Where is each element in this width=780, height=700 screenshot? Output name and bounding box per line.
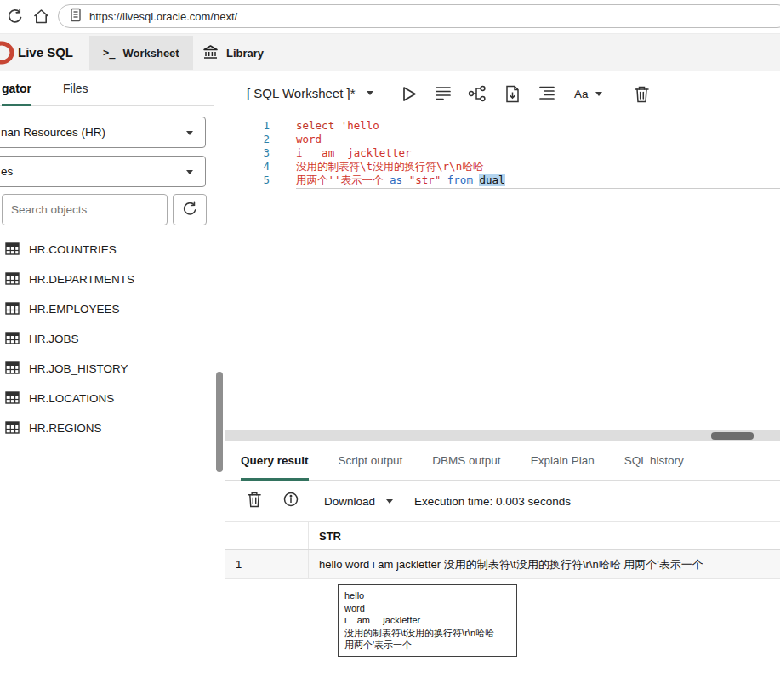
tooltip-line: i am jackletter (344, 614, 510, 627)
app-header: Live SQL >_ Worksheet Library (0, 34, 780, 71)
table-list-item[interactable]: HR.REGIONS (0, 413, 214, 443)
editor-line[interactable]: 1select 'hello (225, 119, 780, 133)
nav-library-label: Library (226, 47, 264, 60)
editor-horizontal-scrollbar[interactable] (225, 430, 780, 441)
nav-worksheet[interactable]: >_ Worksheet (89, 36, 193, 70)
table-name: HR.LOCATIONS (29, 392, 114, 405)
explain-plan-button[interactable] (468, 85, 487, 105)
table-icon (5, 361, 20, 377)
nav-worksheet-label: Worksheet (122, 47, 179, 60)
line-number: 3 (225, 146, 274, 160)
navigator-sidebar: gator Files nan Resources (HR) es HR.COU… (0, 71, 214, 700)
table-list-item[interactable]: HR.COUNTRIES (0, 235, 214, 265)
refresh-icon (182, 201, 198, 219)
schema-dropdown-value: nan Resources (HR) (1, 126, 105, 139)
terminal-icon: >_ (103, 47, 115, 59)
row-number-cell: 1 (225, 550, 308, 578)
run-button[interactable] (400, 85, 418, 106)
table-icon (5, 421, 20, 436)
results-tab-sql-history[interactable]: SQL history (624, 441, 684, 481)
results-panel: Query resultScript outputDBMS outputExpl… (225, 441, 780, 700)
results-tabs: Query resultScript outputDBMS outputExpl… (225, 441, 780, 481)
table-name: HR.COUNTRIES (29, 243, 117, 256)
results-tab-dbms-output[interactable]: DBMS output (432, 441, 500, 481)
tooltip-line: 没用的制表符\t没用的换行符\r\n哈哈 (344, 627, 510, 640)
format-button[interactable] (538, 85, 555, 105)
tooltip-line: word (344, 602, 510, 615)
results-tab-query-result[interactable]: Query result (241, 441, 309, 481)
cell-tooltip: hellowordi am jackletter没用的制表符\t没用的换行符\r… (338, 584, 517, 657)
code-text: word (274, 133, 322, 146)
chevron-down-icon (595, 92, 602, 96)
object-type-dropdown[interactable]: es (0, 156, 206, 187)
table-icon (5, 272, 20, 287)
table-name: HR.JOB_HISTORY (29, 362, 128, 375)
browser-home-icon[interactable] (32, 8, 50, 28)
oracle-logo (0, 41, 14, 68)
browser-refresh-icon[interactable] (7, 8, 24, 28)
oracle-live-sql-app: https://livesql.oracle.com/next/ Live SQ… (0, 0, 780, 700)
tooltip-line: hello (344, 589, 510, 602)
table-name: HR.EMPLOYEES (29, 303, 120, 316)
table-list-item[interactable]: HR.LOCATIONS (0, 384, 214, 413)
download-worksheet-button[interactable] (504, 85, 521, 106)
table-icon (5, 332, 20, 347)
row-value-cell: hello word i am jackletter 没用的制表符\t没用的换行… (308, 550, 780, 578)
library-icon (202, 44, 219, 62)
code-text: select 'hello (274, 119, 379, 133)
schema-dropdown[interactable]: nan Resources (HR) (0, 117, 206, 148)
table-list-item[interactable]: HR.EMPLOYEES (0, 294, 214, 324)
editor-lines: 1select 'hello2word3i am jackletter4没用的制… (225, 119, 780, 187)
font-size-label: Aa (574, 88, 589, 100)
refresh-objects-button[interactable] (173, 194, 207, 225)
site-info-icon[interactable] (69, 8, 83, 26)
line-number: 4 (225, 160, 274, 174)
nav-library[interactable]: Library (189, 36, 277, 70)
tab-navigator[interactable]: gator (2, 71, 31, 106)
download-results-button[interactable]: Download (324, 495, 393, 508)
font-size-button[interactable]: Aa (574, 88, 602, 100)
table-list-item[interactable]: HR.JOBS (0, 324, 214, 354)
table-row[interactable]: 1 hello word i am jackletter 没用的制表符\t没用的… (225, 550, 780, 579)
chevron-down-icon (186, 170, 193, 174)
table-name: HR.REGIONS (29, 422, 102, 435)
chevron-down-icon (186, 131, 193, 135)
table-list-item[interactable]: HR.DEPARTMENTS (0, 265, 214, 294)
row-number-header (225, 522, 308, 549)
vertical-scrollbar[interactable] (216, 372, 223, 472)
brand-title: Live SQL (18, 45, 73, 60)
worksheet-selector[interactable]: [ SQL Worksheet ]* (247, 86, 373, 100)
code-text: 没用的制表符\t没用的换行符\r\n哈哈 (274, 160, 483, 174)
results-tab-explain-plan[interactable]: Explain Plan (531, 441, 595, 481)
chevron-down-icon (386, 499, 393, 504)
clear-worksheet-button[interactable] (634, 85, 650, 106)
tooltip-line: 用两个'表示一个 (344, 639, 510, 652)
tab-files[interactable]: Files (63, 71, 88, 106)
code-text: 用两个''表示一个 as "str" from dual (274, 174, 505, 187)
chevron-down-icon (367, 91, 373, 95)
table-list: HR.COUNTRIESHR.DEPARTMENTSHR.EMPLOYEESHR… (0, 235, 214, 443)
clear-results-button[interactable] (247, 491, 262, 511)
search-input[interactable] (2, 194, 168, 225)
table-icon (5, 391, 20, 407)
column-header-str: STR (308, 522, 780, 549)
table-icon (5, 242, 20, 258)
browser-address-bar[interactable]: https://livesql.oracle.com/next/ (58, 4, 780, 28)
sidebar-tabs: gator Files (0, 71, 214, 106)
editor-line[interactable]: 4没用的制表符\t没用的换行符\r\n哈哈 (225, 160, 780, 174)
editor-line[interactable]: 5用两个''表示一个 as "str" from dual (225, 174, 780, 187)
table-name: HR.DEPARTMENTS (29, 273, 134, 286)
editor-line[interactable]: 3i am jackletter (225, 146, 780, 160)
worksheet-title: [ SQL Worksheet ]* (247, 86, 356, 100)
info-icon[interactable] (283, 492, 299, 510)
results-toolbar: Download Execution time: 0.003 seconds (225, 481, 780, 521)
run-script-button[interactable] (435, 85, 452, 105)
url-text: https://livesql.oracle.com/next/ (89, 10, 237, 23)
editor-line[interactable]: 2word (225, 133, 780, 146)
sql-editor[interactable]: 1select 'hello2word3i am jackletter4没用的制… (225, 113, 780, 430)
results-tab-script-output[interactable]: Script output (339, 441, 403, 481)
code-text: i am jackletter (274, 146, 411, 160)
execution-time: Execution time: 0.003 seconds (414, 495, 571, 508)
table-list-item[interactable]: HR.JOB_HISTORY (0, 354, 214, 384)
scrollbar-thumb[interactable] (711, 432, 754, 440)
